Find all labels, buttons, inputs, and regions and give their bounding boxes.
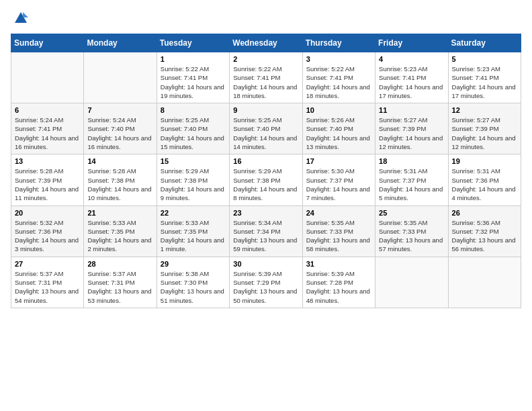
calendar-day-cell: 18Sunrise: 5:31 AM Sunset: 7:37 PM Dayli…	[375, 154, 448, 205]
day-number: 18	[379, 157, 444, 165]
day-info: Sunrise: 5:23 AM Sunset: 7:41 PM Dayligh…	[379, 64, 444, 100]
day-number: 23	[233, 209, 298, 217]
calendar-week-row: 27Sunrise: 5:37 AM Sunset: 7:31 PM Dayli…	[11, 257, 521, 308]
day-number: 26	[452, 209, 517, 217]
day-info: Sunrise: 5:31 AM Sunset: 7:36 PM Dayligh…	[452, 167, 517, 202]
day-info: Sunrise: 5:26 AM Sunset: 7:40 PM Dayligh…	[306, 116, 371, 151]
day-number: 12	[452, 106, 517, 114]
calendar-week-row: 6Sunrise: 5:24 AM Sunset: 7:41 PM Daylig…	[11, 103, 521, 154]
day-info: Sunrise: 5:39 AM Sunset: 7:29 PM Dayligh…	[233, 269, 298, 305]
day-info: Sunrise: 5:33 AM Sunset: 7:35 PM Dayligh…	[87, 218, 152, 254]
calendar-table: SundayMondayTuesdayWednesdayThursdayFrid…	[11, 34, 521, 308]
calendar-day-cell: 21Sunrise: 5:33 AM Sunset: 7:35 PM Dayli…	[84, 205, 157, 257]
calendar-day-cell: 22Sunrise: 5:33 AM Sunset: 7:35 PM Dayli…	[157, 205, 229, 257]
calendar-day-cell: 5Sunrise: 5:23 AM Sunset: 7:41 PM Daylig…	[448, 52, 521, 103]
day-info: Sunrise: 5:31 AM Sunset: 7:37 PM Dayligh…	[379, 167, 444, 202]
calendar-day-cell: 8Sunrise: 5:25 AM Sunset: 7:40 PM Daylig…	[157, 103, 229, 154]
day-number: 21	[87, 209, 152, 217]
day-number: 17	[306, 157, 371, 165]
day-info: Sunrise: 5:37 AM Sunset: 7:31 PM Dayligh…	[15, 269, 80, 305]
calendar-day-cell: 9Sunrise: 5:25 AM Sunset: 7:40 PM Daylig…	[230, 103, 302, 154]
logo	[11, 11, 28, 26]
day-info: Sunrise: 5:24 AM Sunset: 7:41 PM Dayligh…	[15, 116, 80, 151]
calendar-day-cell: 19Sunrise: 5:31 AM Sunset: 7:36 PM Dayli…	[448, 154, 521, 205]
day-info: Sunrise: 5:37 AM Sunset: 7:31 PM Dayligh…	[87, 269, 152, 305]
calendar-day-cell	[11, 52, 84, 103]
weekday-header: Monday	[84, 34, 157, 52]
day-info: Sunrise: 5:22 AM Sunset: 7:41 PM Dayligh…	[161, 64, 226, 100]
day-info: Sunrise: 5:27 AM Sunset: 7:39 PM Dayligh…	[452, 116, 517, 151]
calendar-day-cell: 30Sunrise: 5:39 AM Sunset: 7:29 PM Dayli…	[230, 257, 302, 308]
day-info: Sunrise: 5:23 AM Sunset: 7:41 PM Dayligh…	[452, 64, 517, 100]
day-info: Sunrise: 5:24 AM Sunset: 7:40 PM Dayligh…	[87, 116, 152, 151]
day-info: Sunrise: 5:34 AM Sunset: 7:34 PM Dayligh…	[233, 218, 298, 254]
day-number: 27	[15, 260, 80, 268]
day-info: Sunrise: 5:28 AM Sunset: 7:38 PM Dayligh…	[87, 167, 152, 202]
calendar-day-cell: 15Sunrise: 5:29 AM Sunset: 7:38 PM Dayli…	[157, 154, 229, 205]
weekday-header: Friday	[375, 34, 448, 52]
calendar-day-cell: 12Sunrise: 5:27 AM Sunset: 7:39 PM Dayli…	[448, 103, 521, 154]
day-number: 22	[161, 209, 226, 217]
day-number: 4	[379, 55, 444, 63]
day-info: Sunrise: 5:29 AM Sunset: 7:38 PM Dayligh…	[161, 167, 226, 202]
day-info: Sunrise: 5:28 AM Sunset: 7:39 PM Dayligh…	[15, 167, 80, 202]
day-number: 15	[161, 157, 226, 165]
day-number: 30	[233, 260, 298, 268]
day-number: 14	[87, 157, 152, 165]
calendar-day-cell	[84, 52, 157, 103]
calendar-day-cell: 1Sunrise: 5:22 AM Sunset: 7:41 PM Daylig…	[157, 52, 229, 103]
day-number: 5	[452, 55, 517, 63]
calendar-day-cell: 2Sunrise: 5:22 AM Sunset: 7:41 PM Daylig…	[230, 52, 302, 103]
calendar-day-cell: 28Sunrise: 5:37 AM Sunset: 7:31 PM Dayli…	[84, 257, 157, 308]
calendar-day-cell: 23Sunrise: 5:34 AM Sunset: 7:34 PM Dayli…	[230, 205, 302, 257]
calendar-day-cell: 10Sunrise: 5:26 AM Sunset: 7:40 PM Dayli…	[302, 103, 375, 154]
day-info: Sunrise: 5:33 AM Sunset: 7:35 PM Dayligh…	[161, 218, 226, 254]
day-number: 9	[233, 106, 298, 114]
calendar-week-row: 1Sunrise: 5:22 AM Sunset: 7:41 PM Daylig…	[11, 52, 521, 103]
calendar-day-cell: 26Sunrise: 5:36 AM Sunset: 7:32 PM Dayli…	[448, 205, 521, 257]
calendar-day-cell: 31Sunrise: 5:39 AM Sunset: 7:28 PM Dayli…	[302, 257, 375, 308]
day-number: 16	[233, 157, 298, 165]
calendar-day-cell: 16Sunrise: 5:29 AM Sunset: 7:38 PM Dayli…	[230, 154, 302, 205]
logo-icon	[13, 11, 28, 26]
svg-marker-1	[23, 12, 28, 17]
calendar-day-cell: 25Sunrise: 5:35 AM Sunset: 7:33 PM Dayli…	[375, 205, 448, 257]
calendar-day-cell: 3Sunrise: 5:22 AM Sunset: 7:41 PM Daylig…	[302, 52, 375, 103]
weekday-header: Sunday	[11, 34, 84, 52]
calendar-week-row: 13Sunrise: 5:28 AM Sunset: 7:39 PM Dayli…	[11, 154, 521, 205]
day-info: Sunrise: 5:27 AM Sunset: 7:39 PM Dayligh…	[379, 116, 444, 151]
day-number: 13	[15, 157, 80, 165]
day-number: 2	[233, 55, 298, 63]
day-info: Sunrise: 5:25 AM Sunset: 7:40 PM Dayligh…	[233, 116, 298, 151]
day-number: 8	[161, 106, 226, 114]
day-number: 20	[15, 209, 80, 217]
calendar-day-cell	[448, 257, 521, 308]
day-number: 31	[306, 260, 371, 268]
calendar-day-cell: 17Sunrise: 5:30 AM Sunset: 7:37 PM Dayli…	[302, 154, 375, 205]
day-number: 7	[87, 106, 152, 114]
day-number: 1	[161, 55, 226, 63]
day-info: Sunrise: 5:38 AM Sunset: 7:30 PM Dayligh…	[161, 269, 226, 305]
calendar-day-cell: 29Sunrise: 5:38 AM Sunset: 7:30 PM Dayli…	[157, 257, 229, 308]
day-number: 29	[161, 260, 226, 268]
day-info: Sunrise: 5:30 AM Sunset: 7:37 PM Dayligh…	[306, 167, 371, 202]
day-number: 28	[87, 260, 152, 268]
calendar-day-cell: 24Sunrise: 5:35 AM Sunset: 7:33 PM Dayli…	[302, 205, 375, 257]
day-number: 24	[306, 209, 371, 217]
calendar-day-cell: 4Sunrise: 5:23 AM Sunset: 7:41 PM Daylig…	[375, 52, 448, 103]
day-info: Sunrise: 5:39 AM Sunset: 7:28 PM Dayligh…	[306, 269, 371, 305]
day-number: 3	[306, 55, 371, 63]
day-info: Sunrise: 5:32 AM Sunset: 7:36 PM Dayligh…	[15, 218, 80, 254]
calendar-week-row: 20Sunrise: 5:32 AM Sunset: 7:36 PM Dayli…	[11, 205, 521, 257]
calendar-day-cell: 14Sunrise: 5:28 AM Sunset: 7:38 PM Dayli…	[84, 154, 157, 205]
day-number: 19	[452, 157, 517, 165]
day-number: 6	[15, 106, 80, 114]
calendar-day-cell: 7Sunrise: 5:24 AM Sunset: 7:40 PM Daylig…	[84, 103, 157, 154]
day-info: Sunrise: 5:25 AM Sunset: 7:40 PM Dayligh…	[161, 116, 226, 151]
weekday-header: Thursday	[302, 34, 375, 52]
day-info: Sunrise: 5:35 AM Sunset: 7:33 PM Dayligh…	[379, 218, 444, 254]
weekday-header: Tuesday	[157, 34, 229, 52]
day-info: Sunrise: 5:22 AM Sunset: 7:41 PM Dayligh…	[233, 64, 298, 100]
calendar-day-cell	[375, 257, 448, 308]
day-number: 11	[379, 106, 444, 114]
